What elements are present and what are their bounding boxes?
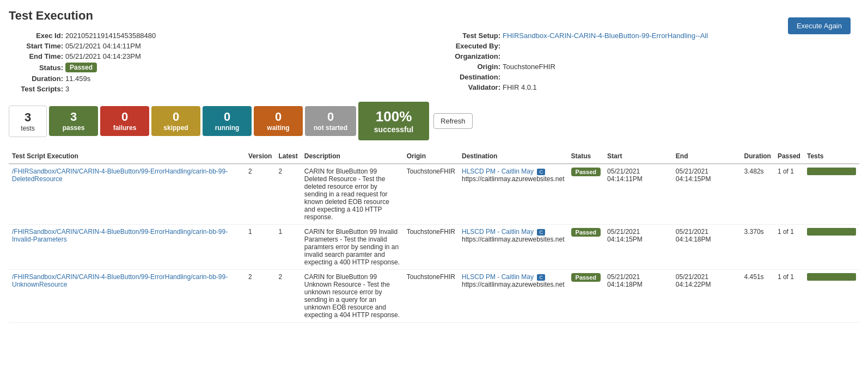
col-tests: Tests (804, 149, 859, 164)
total-tests-num: 3 (16, 110, 40, 125)
cell-latest-2: 2 (275, 270, 301, 323)
cell-script-2: /FHIRSandbox/CARIN/CARIN-4-BlueButton/99… (9, 270, 245, 323)
test-scripts-label: Test Scripts: (9, 85, 63, 93)
cell-status-0: Passed (568, 164, 604, 225)
validator-label: Validator: (435, 83, 500, 91)
failures-box: 0 failures (100, 106, 149, 135)
organization-label: Organization: (435, 52, 500, 60)
status-label: Status: (9, 64, 63, 72)
validator-value: FHIR 4.0.1 (503, 83, 537, 91)
cell-status-1: Passed (568, 225, 604, 270)
destination-link-0[interactable]: HLSCD PM - Caitlin May (462, 168, 534, 175)
skipped-box: 0 skipped (151, 106, 200, 135)
col-end: End (673, 149, 741, 164)
cell-start-0: 05/21/2021 04:14:11PM (604, 164, 673, 225)
cell-end-1: 05/21/2021 04:14:18PM (673, 225, 741, 270)
progress-bar-container-1 (807, 228, 856, 236)
start-time-value: 05/21/2021 04:14:11PM (65, 42, 141, 50)
cell-version-1: 1 (245, 225, 275, 270)
running-box: 0 running (203, 106, 252, 135)
progress-bar-container-0 (807, 168, 856, 175)
progress-bar-container-2 (807, 273, 856, 281)
cell-version-2: 2 (245, 270, 275, 323)
running-label: running (215, 124, 240, 132)
status-badge-1: Passed (571, 228, 601, 237)
destination-link-1[interactable]: HLSCD PM - Caitlin May (462, 228, 534, 236)
running-num: 0 (224, 110, 230, 123)
cell-destination-0: HLSCD PM - Caitlin May C https://caitlin… (459, 164, 568, 225)
not-started-box: 0 not started (305, 106, 356, 135)
refresh-button[interactable]: Refresh (433, 113, 473, 129)
cell-version-0: 2 (245, 164, 275, 225)
failures-num: 0 (121, 110, 128, 123)
progress-bar-fill-2 (807, 273, 856, 281)
cell-duration-2: 4.451s (741, 270, 774, 323)
cell-description-1: CARIN for BlueButton 99 Invalid Paramete… (301, 225, 404, 270)
cell-passed-1: 1 of 1 (774, 225, 804, 270)
waiting-num: 0 (275, 110, 282, 123)
col-origin: Origin (404, 149, 459, 164)
progress-bar-fill-1 (807, 228, 856, 236)
script-link-2[interactable]: /FHIRSandbox/CARIN/CARIN-4-BlueButton/99… (12, 273, 228, 288)
table-row: /FHIRSandbox/CARIN/CARIN-4-BlueButton/99… (9, 270, 859, 323)
destination-link-2[interactable]: HLSCD PM - Caitlin May (462, 273, 534, 281)
col-status: Status (568, 149, 604, 164)
table-header: Test Script Execution Version Latest Des… (9, 149, 859, 164)
success-pct: 100% (369, 108, 418, 125)
c-badge-2: C (537, 274, 545, 281)
cell-end-0: 05/21/2021 04:14:15PM (673, 164, 741, 225)
destination-label: Destination: (435, 73, 500, 81)
cell-tests-1 (804, 225, 859, 270)
cell-script-0: /FHIRSandbox/CARIN/CARIN-4-BlueButton/99… (9, 164, 245, 225)
start-time-label: Start Time: (9, 42, 63, 50)
page-title: Test Execution (9, 9, 859, 23)
col-version: Version (245, 149, 275, 164)
test-setup-link[interactable]: FHIRSandbox-CARIN-CARIN-4-BlueButton-99-… (503, 32, 708, 40)
passes-box: 3 passes (49, 106, 98, 135)
waiting-box: 0 waiting (254, 106, 303, 135)
failures-label: failures (113, 124, 137, 132)
progress-bar-fill-0 (807, 168, 856, 175)
executed-by-label: Executed By: (435, 42, 500, 50)
cell-description-2: CARIN for BlueButton 99 Unknown Resource… (301, 270, 404, 323)
col-latest: Latest (275, 149, 301, 164)
duration-value: 11.459s (65, 75, 90, 83)
cell-duration-1: 3.370s (741, 225, 774, 270)
cell-passed-2: 1 of 1 (774, 270, 804, 323)
script-link-1[interactable]: /FHIRSandbox/CARIN/CARIN-4-BlueButton/99… (12, 228, 228, 243)
cell-destination-2: HLSCD PM - Caitlin May C https://caitlin… (459, 270, 568, 323)
execute-again-button[interactable]: Execute Again (788, 17, 851, 34)
destination-url-1: https://caitlinmay.azurewebsites.net (462, 236, 565, 243)
cell-status-2: Passed (568, 270, 604, 323)
col-start: Start (604, 149, 673, 164)
skipped-num: 0 (173, 110, 179, 123)
status-badge-0: Passed (571, 168, 601, 176)
test-setup-label: Test Setup: (435, 32, 500, 40)
status-badge: Passed (65, 63, 97, 72)
cell-start-1: 05/21/2021 04:14:15PM (604, 225, 673, 270)
table-row: /FHIRSandbox/CARIN/CARIN-4-BlueButton/99… (9, 225, 859, 270)
col-passed: Passed (774, 149, 804, 164)
table-row: /FHIRSandbox/CARIN/CARIN-4-BlueButton/99… (9, 164, 859, 225)
not-started-num: 0 (327, 110, 334, 123)
c-badge-1: C (537, 229, 545, 236)
cell-passed-0: 1 of 1 (774, 164, 804, 225)
total-tests-label: tests (16, 125, 40, 132)
passes-num: 3 (70, 110, 77, 123)
not-started-label: not started (314, 124, 347, 132)
col-destination: Destination (459, 149, 568, 164)
col-description: Description (301, 149, 404, 164)
destination-url-0: https://caitlinmay.azurewebsites.net (462, 175, 565, 183)
origin-label: Origin: (435, 63, 500, 71)
cell-script-1: /FHIRSandbox/CARIN/CARIN-4-BlueButton/99… (9, 225, 245, 270)
cell-destination-1: HLSCD PM - Caitlin May C https://caitlin… (459, 225, 568, 270)
success-label: successful (369, 125, 418, 134)
cell-duration-0: 3.482s (741, 164, 774, 225)
exec-id-label: Exec Id: (9, 32, 63, 40)
col-script: Test Script Execution (9, 149, 245, 164)
script-link-0[interactable]: /FHIRSandbox/CARIN/CARIN-4-BlueButton/99… (12, 168, 228, 183)
cell-origin-2: TouchstoneFHIR (404, 270, 459, 323)
skipped-label: skipped (163, 124, 188, 132)
end-time-label: End Time: (9, 52, 63, 60)
waiting-label: waiting (267, 124, 289, 132)
